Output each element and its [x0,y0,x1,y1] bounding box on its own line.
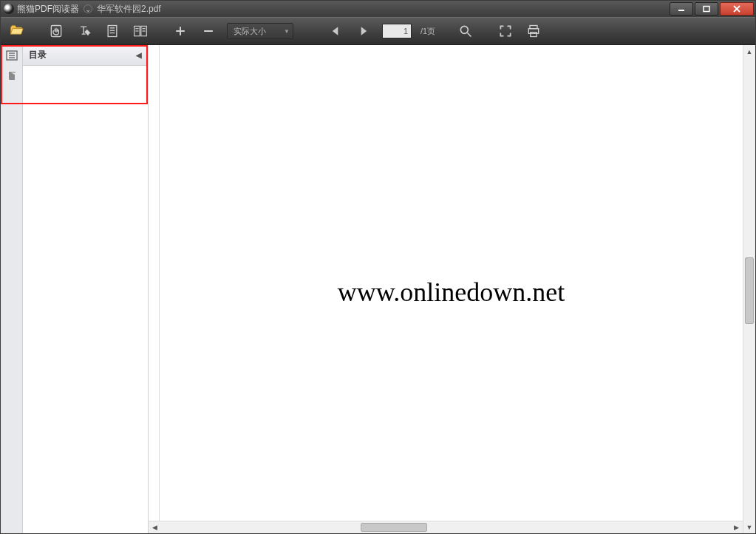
open-file-button[interactable] [7,21,26,41]
side-tabs [1,45,23,533]
zoom-out-button[interactable] [199,21,218,41]
fullscreen-button[interactable] [496,21,515,41]
maximize-button[interactable] [695,2,718,16]
scroll-up-icon[interactable]: ▲ [743,45,755,58]
toolbar: 实际大小 ▼ /1页 [1,17,755,45]
hscroll-track[interactable] [161,521,730,533]
next-page-button[interactable] [354,21,373,41]
app-icon [4,4,14,14]
chevron-down-icon: ▼ [284,28,290,35]
svg-rect-22 [531,33,537,37]
main-area: 目录 ◀ www.onlinedown.net 华军软件园 ▲ ▼ ◀ ▶ [1,45,755,533]
svg-line-19 [468,33,471,37]
hand-tool-button[interactable] [47,21,66,41]
vscroll-thumb[interactable] [745,257,754,324]
vertical-scrollbar[interactable]: ▲ ▼ [743,45,755,533]
svg-rect-1 [704,7,709,12]
zoom-in-button[interactable] [171,21,190,41]
app-name: 熊猫PDF阅读器 [17,3,79,16]
svg-rect-27 [9,72,16,72]
vscroll-track[interactable] [743,58,755,521]
title-bar: 熊猫PDF阅读器 ⌄ 华军软件园2.pdf [1,1,755,17]
zoom-select[interactable]: 实际大小 ▼ [227,23,293,39]
side-panel-title: 目录 [29,49,47,61]
minimize-button[interactable] [670,2,693,16]
scroll-right-icon[interactable]: ▶ [730,521,743,533]
close-button[interactable] [720,2,754,16]
page-total-label: /1页 [420,26,435,37]
scroll-down-icon[interactable]: ▼ [743,521,755,533]
bookmark-tab-icon[interactable] [6,70,18,82]
collapse-panel-icon[interactable]: ◀ [136,51,142,59]
svg-point-18 [461,26,469,33]
single-page-button[interactable] [103,21,122,41]
side-panel: 目录 ◀ [23,45,149,533]
print-button[interactable] [524,21,543,41]
text-select-button[interactable] [75,21,94,41]
zoom-label: 实际大小 [234,26,266,37]
page-watermark-text: www.onlinedown.net [338,277,565,308]
scroll-left-icon[interactable]: ◀ [149,521,161,533]
hscroll-thumb[interactable] [361,523,427,532]
title-dropdown-icon[interactable]: ⌄ [84,4,92,13]
page-canvas: www.onlinedown.net 华军软件园 [159,45,743,533]
svg-rect-5 [108,26,117,37]
search-button[interactable] [456,21,475,41]
page-number-input[interactable] [382,24,412,38]
side-panel-header: 目录 ◀ [23,45,148,66]
prev-page-button[interactable] [326,21,345,41]
facing-pages-button[interactable] [131,21,150,41]
document-viewer[interactable]: www.onlinedown.net 华军软件园 [149,45,743,533]
file-name: 华军软件园2.pdf [97,3,161,16]
horizontal-scrollbar[interactable]: ◀ ▶ [149,521,743,533]
outline-tab-icon[interactable] [6,50,18,61]
outline-empty-body [23,66,148,533]
